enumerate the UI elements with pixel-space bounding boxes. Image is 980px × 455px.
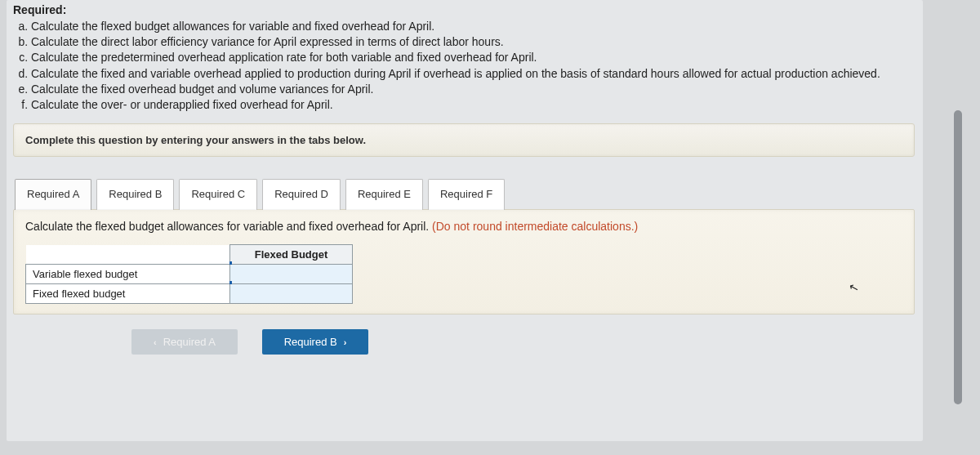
- pager: ‹ Required A Required B ›: [62, 329, 438, 355]
- chevron-right-icon: ›: [344, 337, 347, 347]
- tab-required-d[interactable]: Required D: [262, 179, 341, 210]
- tab-required-a[interactable]: Required A: [15, 179, 91, 210]
- scrollbar-thumb[interactable]: [954, 110, 962, 404]
- required-list: Calculate the flexed budget allowances f…: [13, 19, 915, 112]
- blank-corner: [26, 245, 230, 265]
- table-row: Fixed flexed budget: [26, 284, 353, 304]
- row-label-variable: Variable flexed budget: [26, 265, 230, 284]
- prev-button: ‹ Required A: [131, 329, 238, 355]
- input-fixed-flexed-budget[interactable]: [230, 284, 353, 304]
- required-heading: Required:: [13, 3, 915, 16]
- panel-prompt-text: Calculate the flexed budget allowances f…: [25, 220, 432, 233]
- required-item: Calculate the fixed and variable overhea…: [31, 66, 915, 81]
- required-item: Calculate the direct labor efficiency va…: [31, 34, 915, 49]
- input-variable-flexed-budget[interactable]: [230, 265, 353, 284]
- col-header-flexed-budget: Flexed Budget: [230, 245, 353, 265]
- table-row: Variable flexed budget: [26, 265, 353, 284]
- tabs-row: Required A Required B Required C Require…: [15, 178, 915, 209]
- question-page: Required: Calculate the flexed budget al…: [7, 0, 923, 441]
- tab-required-f[interactable]: Required F: [428, 179, 505, 210]
- required-item: Calculate the predetermined overhead app…: [31, 50, 915, 65]
- required-item: Calculate the flexed budget allowances f…: [31, 19, 915, 33]
- row-label-fixed: Fixed flexed budget: [26, 284, 230, 304]
- chevron-left-icon: ‹: [154, 337, 157, 347]
- panel-prompt: Calculate the flexed budget allowances f…: [25, 220, 902, 233]
- instruction-bar: Complete this question by entering your …: [13, 123, 915, 157]
- required-item: Calculate the over- or underapplied fixe…: [31, 97, 915, 112]
- required-item: Calculate the fixed overhead budget and …: [31, 82, 915, 96]
- tab-required-b[interactable]: Required B: [96, 179, 174, 210]
- prev-button-label: Required A: [163, 336, 216, 348]
- tab-required-c[interactable]: Required C: [179, 179, 257, 210]
- next-button[interactable]: Required B ›: [262, 329, 368, 355]
- tab-required-e[interactable]: Required E: [345, 179, 423, 210]
- answer-table: Flexed Budget Variable flexed budget Fix…: [25, 244, 353, 304]
- panel-prompt-hint: (Do not round intermediate calculations.…: [432, 220, 638, 233]
- next-button-label: Required B: [284, 336, 337, 348]
- tab-panel: Calculate the flexed budget allowances f…: [13, 209, 915, 314]
